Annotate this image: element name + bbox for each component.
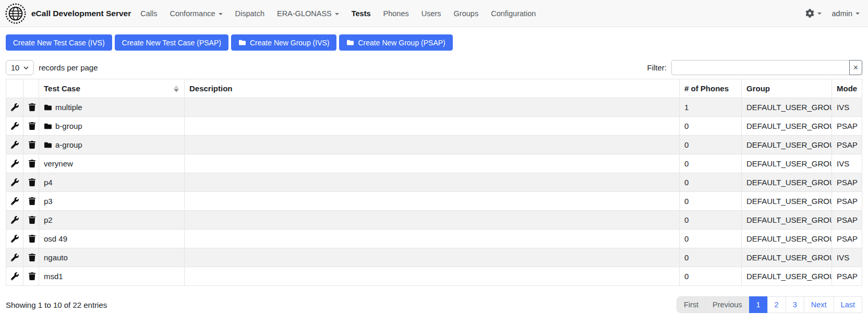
table-header-row: Test Case Description # of Phones Group … [6, 79, 862, 98]
delete-test-case-button[interactable] [23, 267, 39, 286]
edit-test-case-button[interactable] [6, 211, 23, 230]
create-button-label: Create New Test Case (IVS) [13, 39, 105, 47]
test-case-name-cell[interactable]: p3 [39, 192, 185, 211]
nav-item-label: Dispatch [235, 9, 264, 18]
nav-item-label: Calls [140, 9, 157, 18]
test-case-name: msd1 [44, 272, 63, 281]
records-per-page-label: records per page [39, 63, 98, 72]
create-button[interactable]: Create New Test Case (PSAP) [115, 34, 228, 51]
create-button[interactable]: Create New Test Case (IVS) [6, 34, 112, 51]
pagination-link[interactable]: Previous [705, 296, 749, 313]
nav-item[interactable]: Tests [345, 6, 377, 21]
wrench-icon [11, 254, 19, 261]
nav-item[interactable]: Dispatch [229, 6, 271, 21]
page-size-controls: 10 records per page [6, 60, 98, 75]
description-cell [185, 117, 680, 136]
folder-icon [44, 122, 55, 130]
edit-test-case-button[interactable] [6, 154, 23, 173]
delete-test-case-button[interactable] [23, 211, 39, 230]
nav-item[interactable]: Conformance [164, 6, 229, 21]
test-cases-table: Test Case Description # of Phones Group … [6, 79, 862, 286]
phones-count-cell: 0 [680, 230, 742, 248]
mode-cell: PSAP [832, 192, 862, 211]
nav-item[interactable]: Phones [377, 6, 415, 21]
pagination-link[interactable]: Next [804, 296, 834, 313]
trash-icon [28, 254, 36, 261]
edit-test-case-button[interactable] [6, 173, 23, 192]
table-row: b-group 0 DEFAULT_USER_GROUP PSAP [6, 117, 862, 136]
test-case-column-header[interactable]: Test Case [39, 79, 185, 98]
group-cell: DEFAULT_USER_GROUP [742, 248, 832, 267]
table-row: osd 49 0 DEFAULT_USER_GROUP PSAP [6, 230, 862, 248]
phones-count-cell: 0 [680, 267, 742, 286]
filter-clear-button[interactable]: × [849, 60, 862, 75]
edit-test-case-button[interactable] [6, 230, 23, 248]
test-case-name-cell[interactable]: verynew [39, 154, 185, 173]
create-button[interactable]: Create New Group (IVS) [231, 34, 337, 51]
test-case-name-cell[interactable]: multiple [39, 98, 185, 117]
nav-item[interactable]: Users [415, 6, 448, 21]
nav-item-label: ERA-GLONASS [277, 9, 332, 18]
test-case-name-cell[interactable]: msd1 [39, 267, 185, 286]
edit-test-case-button[interactable] [6, 117, 23, 136]
test-case-name-cell[interactable]: b-group [39, 117, 185, 136]
mode-cell: PSAP [832, 173, 862, 192]
test-case-name: p4 [44, 178, 53, 187]
user-menu-label: admin [832, 9, 853, 18]
settings-menu-button[interactable] [805, 9, 822, 18]
navbar-right: admin [805, 9, 860, 18]
edit-test-case-button[interactable] [6, 136, 23, 154]
mode-cell: PSAP [832, 267, 862, 286]
pagination-item: Previous [706, 296, 749, 313]
pagination-link[interactable]: 1 [749, 296, 768, 313]
pagination-link[interactable]: First [677, 296, 706, 313]
phones-count-cell: 0 [680, 117, 742, 136]
trash-icon [28, 122, 36, 130]
chevron-down-icon [219, 13, 223, 15]
delete-test-case-button[interactable] [23, 117, 39, 136]
edit-test-case-button[interactable] [6, 248, 23, 267]
nav-item-label: Conformance [170, 9, 215, 18]
chevron-down-icon [23, 66, 29, 69]
edit-test-case-button[interactable] [6, 267, 23, 286]
delete-test-case-button[interactable] [23, 230, 39, 248]
test-case-name-cell[interactable]: p2 [39, 211, 185, 230]
page-size-select[interactable]: 10 [6, 60, 34, 75]
delete-test-case-button[interactable] [23, 192, 39, 211]
test-case-name-cell[interactable]: ngauto [39, 248, 185, 267]
user-menu-button[interactable]: admin [832, 9, 860, 18]
nav-item[interactable]: ERA-GLONASS [271, 6, 345, 21]
create-button-label: Create New Test Case (PSAP) [122, 39, 221, 47]
nav-item[interactable]: Groups [448, 6, 485, 21]
navbar: eCall Development Server Calls Conforman… [0, 0, 868, 27]
edit-test-case-button[interactable] [6, 192, 23, 211]
description-cell [185, 248, 680, 267]
phones-column-header: # of Phones [680, 79, 742, 98]
trash-icon [28, 160, 36, 167]
pagination-item: First [677, 296, 706, 313]
nav-item[interactable]: Configuration [485, 6, 542, 21]
delete-test-case-button[interactable] [23, 173, 39, 192]
delete-test-case-button[interactable] [23, 154, 39, 173]
chevron-down-icon [335, 13, 339, 15]
mode-cell: IVS [832, 98, 862, 117]
test-case-name-cell[interactable]: osd 49 [39, 230, 185, 248]
pagination-link[interactable]: Last [834, 296, 862, 313]
delete-test-case-button[interactable] [23, 136, 39, 154]
test-case-name-cell[interactable]: a-group [39, 136, 185, 154]
wrench-icon [11, 197, 19, 205]
pagination-link[interactable]: 3 [786, 296, 804, 313]
delete-test-case-button[interactable] [23, 98, 39, 117]
test-case-name: ngauto [44, 253, 68, 262]
main-nav: Calls Conformance Dispatch ERA-GLONASS T… [134, 6, 542, 21]
group-cell: DEFAULT_USER_GROUP [742, 267, 832, 286]
create-button[interactable]: Create New Group (PSAP) [339, 34, 452, 51]
table-row: verynew 0 DEFAULT_USER_GROUP IVS [6, 154, 862, 173]
edit-test-case-button[interactable] [6, 98, 23, 117]
pagination-link[interactable]: 2 [767, 296, 786, 313]
nav-item[interactable]: Calls [134, 6, 163, 21]
test-case-name-cell[interactable]: p4 [39, 173, 185, 192]
entries-summary: Showing 1 to 10 of 22 entries [6, 301, 107, 309]
filter-input[interactable] [671, 60, 850, 75]
delete-test-case-button[interactable] [23, 248, 39, 267]
